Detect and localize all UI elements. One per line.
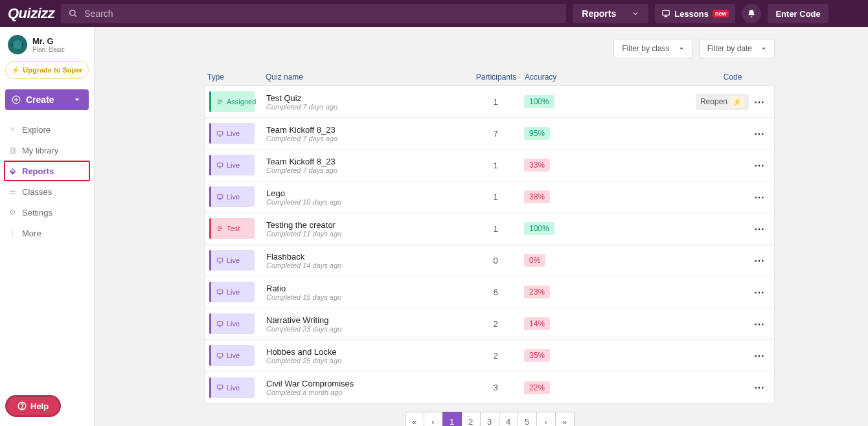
type-label: Live	[227, 352, 240, 359]
table-row[interactable]: Live Lego Completed 10 days ago 1 38% ⋯	[205, 181, 774, 213]
participants-value: 3	[470, 383, 521, 392]
reopen-button[interactable]: Reopen⚡	[696, 94, 749, 110]
table-row[interactable]: Live Hobbes and Locke Completed 25 days …	[205, 340, 774, 372]
header-accuracy[interactable]: Accuracy	[522, 73, 580, 82]
chart-icon: ⬙	[8, 166, 17, 175]
bolt-icon: ⚡	[11, 66, 20, 74]
table-row[interactable]: Live Team Kickoff 8_23 Completed 7 days …	[205, 118, 774, 150]
search-icon	[69, 9, 78, 18]
more-menu-icon[interactable]: ⋯	[754, 381, 765, 394]
quiz-name: Hobbes and Locke	[266, 347, 470, 357]
quiz-name: Lego	[266, 188, 470, 198]
user-block[interactable]: Mr. G Plan: Basic	[5, 32, 89, 61]
filter-class-label: Filter by class	[622, 44, 669, 53]
more-menu-icon[interactable]: ⋯	[754, 159, 765, 172]
filter-date-label: Filter by date	[707, 44, 752, 53]
sidebar-label: More	[22, 229, 41, 238]
table-row[interactable]: Test Testing the creator Completed 11 da…	[205, 213, 774, 245]
type-icon	[216, 130, 223, 137]
help-button[interactable]: Help	[5, 395, 61, 417]
page-first[interactable]: «	[405, 412, 424, 426]
plus-icon	[12, 95, 21, 104]
header-name[interactable]: Quiz name	[266, 73, 470, 82]
table-row[interactable]: Assigned Test Quiz Completed 7 days ago …	[205, 86, 774, 118]
dots-icon: ⋮	[8, 229, 17, 238]
filter-class-dropdown[interactable]: Filter by class	[613, 39, 692, 58]
enter-code-button[interactable]: Enter Code	[768, 4, 828, 23]
header-type[interactable]: Type	[205, 73, 266, 82]
type-pill: Live	[209, 345, 255, 366]
more-menu-icon[interactable]: ⋯	[754, 254, 765, 267]
bolt-icon: ⚡	[730, 96, 744, 107]
chevron-down-icon	[679, 46, 684, 51]
sidebar-item-explore[interactable]: ✧ Explore	[5, 119, 89, 140]
type-pill: Test	[209, 218, 255, 239]
type-icon	[216, 194, 223, 201]
lessons-button[interactable]: Lessons new	[655, 4, 735, 23]
presentation-icon	[661, 9, 670, 18]
sidebar-item-more[interactable]: ⋮ More	[5, 223, 89, 243]
sidebar-item-reports[interactable]: ⬙ Reports	[4, 161, 90, 181]
more-menu-icon[interactable]: ⋯	[754, 223, 765, 235]
quiz-name: Narrative Writing	[266, 315, 470, 325]
page-5[interactable]: 5	[518, 412, 537, 426]
page-4[interactable]: 4	[499, 412, 518, 426]
chevron-down-icon	[632, 10, 639, 17]
table-row[interactable]: Live Team Kickoff 8_23 Completed 7 days …	[205, 150, 774, 181]
enter-code-label: Enter Code	[775, 9, 820, 19]
page-3[interactable]: 3	[480, 412, 499, 426]
accuracy-pill: 95%	[524, 127, 550, 140]
header-code[interactable]: Code	[691, 73, 775, 82]
table-row[interactable]: Live Civil War Compromises Completed a m…	[205, 372, 774, 403]
more-menu-icon[interactable]: ⋯	[754, 96, 765, 108]
more-menu-icon[interactable]: ⋯	[754, 191, 765, 203]
accuracy-pill: 38%	[524, 190, 550, 203]
accuracy-pill: 22%	[524, 381, 550, 394]
type-label: Live	[227, 129, 240, 137]
reports-dropdown-label: Reports	[582, 8, 616, 19]
lessons-label: Lessons	[674, 9, 709, 19]
search-input[interactable]	[84, 8, 558, 19]
chevron-down-icon	[761, 46, 766, 51]
upgrade-button[interactable]: ⚡ Upgrade to Super	[5, 61, 89, 79]
more-menu-icon[interactable]: ⋯	[754, 318, 765, 330]
bell-icon	[747, 9, 756, 18]
page-1[interactable]: 1	[442, 412, 462, 426]
sidebar-item-settings[interactable]: ⚙ Settings	[5, 202, 89, 223]
table-row[interactable]: Live Ratio Completed 15 days ago 6 23% ⋯	[205, 276, 774, 308]
accuracy-pill: 33%	[524, 159, 550, 172]
search-box[interactable]	[61, 4, 566, 23]
svg-rect-16	[217, 131, 222, 135]
reports-dropdown[interactable]: Reports	[573, 4, 648, 23]
page-prev[interactable]: ‹	[424, 412, 443, 426]
more-menu-icon[interactable]: ⋯	[754, 286, 765, 298]
header-participants[interactable]: Participants	[470, 73, 522, 82]
sidebar-item-library[interactable]: ▥ My library	[5, 140, 89, 161]
type-pill: Live	[209, 186, 255, 207]
table-row[interactable]: Live Flashback Completed 14 days ago 0 0…	[205, 245, 774, 276]
svg-marker-12	[762, 48, 765, 50]
page-last[interactable]: »	[555, 412, 575, 426]
type-label: Test	[227, 225, 240, 232]
notifications-button[interactable]	[742, 4, 761, 23]
page-2[interactable]: 2	[461, 412, 481, 426]
svg-line-1	[74, 15, 76, 17]
type-icon	[216, 384, 223, 391]
quiz-subtext: Completed 7 days ago	[266, 103, 470, 111]
more-menu-icon[interactable]: ⋯	[754, 350, 765, 362]
quiz-subtext: Completed 7 days ago	[266, 166, 470, 174]
type-pill: Assigned	[209, 91, 255, 112]
table-row[interactable]: Live Narrative Writing Completed 23 days…	[205, 308, 774, 340]
upgrade-label: Upgrade to Super	[23, 66, 82, 74]
avatar	[8, 35, 27, 54]
page-next[interactable]: ›	[536, 412, 556, 426]
type-pill: Live	[209, 313, 255, 334]
participants-value: 2	[470, 319, 521, 329]
more-menu-icon[interactable]: ⋯	[754, 128, 765, 140]
sidebar-item-classes[interactable]: ⚌ Classes	[5, 181, 89, 202]
filter-date-dropdown[interactable]: Filter by date	[699, 39, 775, 58]
table-headers: Type Quiz name Participants Accuracy Cod…	[205, 70, 775, 85]
create-button[interactable]: Create	[5, 89, 89, 110]
quiz-subtext: Completed 25 days ago	[266, 357, 470, 364]
type-icon	[216, 320, 223, 328]
